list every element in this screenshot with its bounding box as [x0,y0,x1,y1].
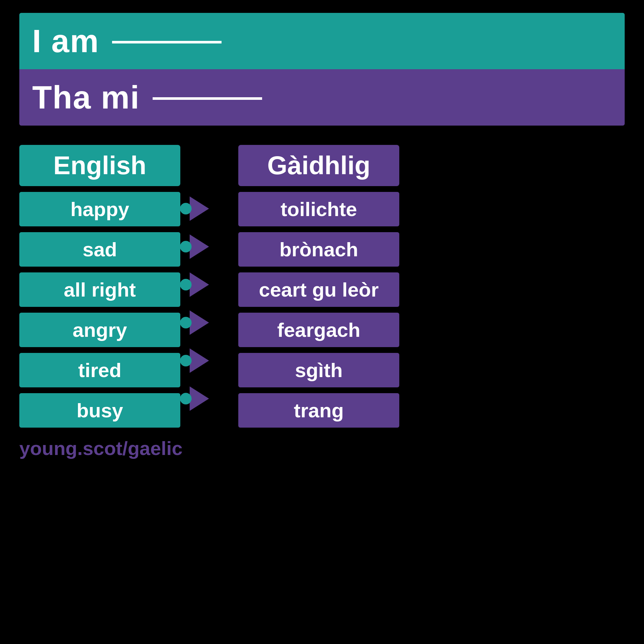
gaelic-word-1: toilichte [238,192,399,226]
arrow-circle-2 [180,241,192,252]
arrow-shape-1 [184,196,209,221]
arrow-1 [184,193,209,225]
arrow-circle-5 [180,355,192,366]
arrow-circle-6 [180,393,192,404]
columns-section: English happy sad all right angry tired … [19,145,625,428]
arrow-shape-6 [184,386,209,411]
arrow-triangle-2 [190,234,209,259]
gaelic-word-2: brònach [238,232,399,267]
arrow-triangle-5 [190,348,209,373]
arrow-circle-4 [180,317,192,328]
gaelic-blank [153,97,262,100]
arrow-shape-3 [184,272,209,297]
arrow-4 [184,307,209,339]
arrow-circle-1 [180,203,192,214]
arrow-2 [184,231,209,263]
english-phrase: I am [32,23,222,59]
english-header: English [19,145,180,186]
english-word-3: all right [19,272,180,307]
english-word-1: happy [19,192,180,226]
arrow-shape-5 [184,348,209,373]
gaelic-word-5: sgìth [238,353,399,387]
english-column: English happy sad all right angry tired … [19,145,180,428]
header-purple: Tha mi [19,69,625,126]
header-teal: I am [19,13,625,69]
english-word-5: tired [19,353,180,387]
gaelic-phrase: Tha mi [32,79,262,115]
arrow-triangle-1 [190,196,209,221]
english-word-2: sad [19,232,180,267]
gaelic-column: Gàidhlig toilichte brònach ceart gu leòr… [238,145,399,428]
arrow-triangle-4 [190,310,209,335]
arrow-shape-4 [184,310,209,335]
footer-link: young.scot/gaelic [19,437,183,459]
header-section: I am Tha mi [19,13,625,126]
arrow-6 [184,383,209,415]
arrow-5 [184,345,209,377]
arrow-triangle-6 [190,386,209,411]
gaelic-word-4: feargach [238,313,399,347]
middle-arrows [180,145,213,415]
gaelic-word-3: ceart gu leòr [238,272,399,307]
arrow-circle-3 [180,279,192,290]
gaelic-header: Gàidhlig [238,145,399,186]
arrow-triangle-3 [190,272,209,297]
english-blank [112,41,222,43]
arrow-shape-2 [184,234,209,259]
english-word-4: angry [19,313,180,347]
arrow-3 [184,269,209,301]
gaelic-word-6: trang [238,393,399,428]
english-word-6: busy [19,393,180,428]
